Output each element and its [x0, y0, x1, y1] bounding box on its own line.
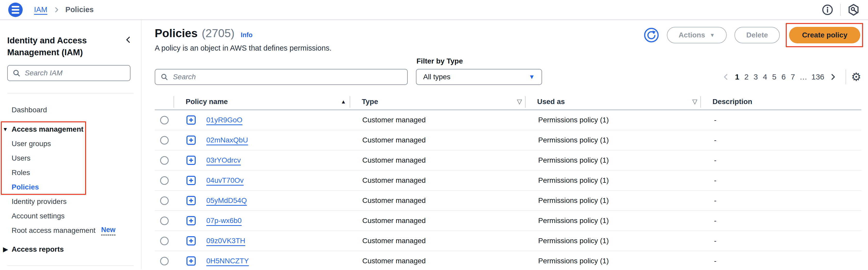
- select-all-header: [155, 94, 174, 110]
- pagination: 1 2 3 4 5 6 7 … 136 ⚙: [719, 69, 861, 85]
- topbar-divider: [840, 4, 841, 16]
- filter-by-type-label: Filter by Type: [416, 57, 542, 65]
- table-row: 03rYOdrcv Customer managed Permissions p…: [155, 150, 861, 171]
- sidebar-item-user-groups[interactable]: User groups: [0, 137, 141, 151]
- table-row: 02mNaxQbU Customer managed Permissions p…: [155, 130, 861, 150]
- sidebar-title: Identity and Access Management (IAM): [7, 35, 134, 58]
- sidebar-search-box[interactable]: [7, 65, 130, 81]
- expand-policy-icon[interactable]: [186, 256, 196, 266]
- policy-name-link[interactable]: 09z0VK3TH: [206, 237, 245, 245]
- policy-name-link[interactable]: 07p-wx6b0: [206, 216, 242, 225]
- sidebar-item-policies[interactable]: Policies: [0, 180, 141, 194]
- row-radio-button[interactable]: [160, 257, 169, 265]
- column-header-policy-name[interactable]: Policy name ▲: [174, 94, 350, 110]
- policy-description: -: [701, 197, 861, 205]
- policy-type: Customer managed: [350, 257, 526, 265]
- caret-down-icon: ▼: [710, 32, 715, 38]
- page-number[interactable]: 5: [770, 72, 779, 81]
- page-ellipsis: …: [797, 72, 809, 81]
- expand-policy-icon[interactable]: [186, 196, 196, 206]
- chevron-right-icon: [53, 6, 60, 13]
- table-row: 07p-wx6b0 Customer managed Permissions p…: [155, 211, 861, 231]
- hamburger-bar: [11, 12, 19, 14]
- sidebar-item-roles[interactable]: Roles: [0, 166, 141, 180]
- policy-search-box[interactable]: [155, 69, 408, 85]
- next-page-icon[interactable]: [827, 73, 839, 81]
- table-row: 09z0VK3TH Customer managed Permissions p…: [155, 231, 861, 251]
- sidebar-item-dashboard[interactable]: Dashboard: [0, 103, 141, 117]
- hexagon-console-icon[interactable]: [847, 4, 860, 16]
- expand-policy-icon[interactable]: [186, 176, 196, 185]
- info-link[interactable]: Info: [241, 31, 253, 39]
- sidebar-item-label: Access reports: [11, 245, 64, 253]
- breadcrumb-iam-link[interactable]: IAM: [34, 5, 48, 14]
- expand-policy-icon[interactable]: [186, 216, 196, 226]
- previous-page-icon[interactable]: [719, 73, 732, 81]
- collapse-sidebar-icon[interactable]: [124, 36, 132, 44]
- sidebar-item-users[interactable]: Users: [0, 151, 141, 166]
- sidebar-item-account-settings[interactable]: Account settings: [0, 209, 141, 223]
- row-radio-button[interactable]: [160, 237, 169, 245]
- row-radio-button[interactable]: [160, 116, 169, 124]
- policy-description: -: [701, 156, 861, 164]
- policy-used-as: Permissions policy (1): [526, 136, 701, 144]
- actions-button[interactable]: Actions ▼: [667, 27, 727, 43]
- page-header: Policies (2705) Info A policy is an obje…: [155, 27, 861, 52]
- policy-used-as: Permissions policy (1): [526, 216, 701, 225]
- new-badge: New: [101, 226, 116, 235]
- gear-icon[interactable]: ⚙: [851, 71, 861, 83]
- row-radio-button[interactable]: [160, 216, 169, 225]
- header-actions: Actions ▼ Delete Create policy: [644, 26, 861, 44]
- caret-right-icon: ▶: [3, 246, 8, 253]
- column-header-type[interactable]: Type ▽: [350, 94, 526, 110]
- policy-name-link[interactable]: 03rYOdrcv: [206, 156, 241, 164]
- sidebar-item-access-management[interactable]: ▼ Access management: [0, 122, 141, 137]
- row-radio-button[interactable]: [160, 176, 169, 185]
- policy-used-as: Permissions policy (1): [526, 156, 701, 164]
- policy-used-as: Permissions policy (1): [526, 237, 701, 245]
- sidebar-search-input[interactable]: [24, 69, 125, 78]
- expand-policy-icon[interactable]: [186, 155, 196, 165]
- column-label: Used as: [537, 97, 565, 106]
- create-policy-button[interactable]: Create policy: [789, 27, 860, 43]
- row-radio-button[interactable]: [160, 136, 169, 145]
- table-row: 05yMdD54Q Customer managed Permissions p…: [155, 191, 861, 211]
- policy-name-link[interactable]: 05yMdD54Q: [206, 197, 247, 205]
- sidebar-item-root-access-management[interactable]: Root access management New: [0, 223, 141, 238]
- sort-ascending-icon: ▲: [341, 99, 346, 105]
- policy-name-link[interactable]: 04uvT70Ov: [206, 176, 244, 185]
- sidebar-nav: Dashboard ▼ Access management User group…: [0, 103, 141, 257]
- sidebar-item-access-reports[interactable]: ▶ Access reports: [0, 242, 141, 257]
- policy-name-link[interactable]: 0H5NNCZTY: [206, 257, 249, 265]
- info-icon[interactable]: [822, 4, 833, 16]
- page-number[interactable]: 7: [788, 72, 797, 81]
- column-header-used-as[interactable]: Used as ▽: [526, 94, 701, 110]
- policy-name-link[interactable]: 02mNaxQbU: [206, 136, 248, 144]
- policy-used-as: Permissions policy (1): [526, 116, 701, 124]
- hamburger-menu-icon[interactable]: [8, 3, 23, 17]
- expand-policy-icon[interactable]: [186, 236, 196, 246]
- policy-type: Customer managed: [350, 197, 526, 205]
- search-icon: [12, 69, 21, 77]
- policy-name-link[interactable]: 01yR9GoO: [206, 116, 242, 124]
- expand-policy-icon[interactable]: [186, 115, 196, 125]
- page-number[interactable]: 4: [760, 72, 770, 81]
- type-filter-select[interactable]: All types ▼: [416, 69, 542, 85]
- column-label: Type: [362, 97, 378, 106]
- policy-search-input[interactable]: [172, 72, 402, 81]
- sidebar-item-identity-providers[interactable]: Identity providers: [0, 194, 141, 209]
- row-radio-button[interactable]: [160, 156, 169, 165]
- refresh-button[interactable]: [644, 27, 659, 43]
- page-number-last[interactable]: 136: [809, 72, 826, 81]
- row-radio-button[interactable]: [160, 197, 169, 205]
- policy-description: -: [701, 136, 861, 144]
- policies-table: Policy name ▲ Type ▽ Used as ▽ Descripti…: [155, 94, 861, 270]
- page-number[interactable]: 3: [751, 72, 760, 81]
- policy-description: -: [701, 176, 861, 185]
- expand-policy-icon[interactable]: [186, 135, 196, 145]
- page-number[interactable]: 1: [732, 72, 742, 81]
- caret-down-icon: ▼: [3, 126, 8, 132]
- delete-button[interactable]: Delete: [735, 27, 780, 43]
- page-number[interactable]: 2: [742, 72, 751, 81]
- page-number[interactable]: 6: [779, 72, 788, 81]
